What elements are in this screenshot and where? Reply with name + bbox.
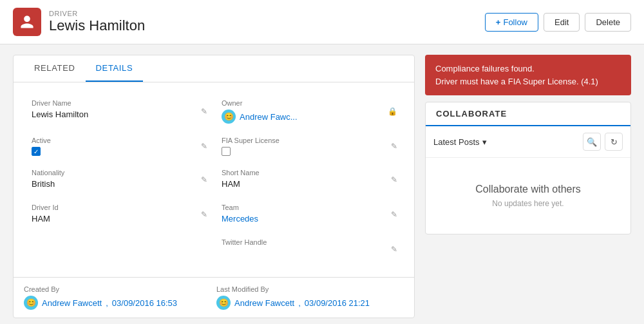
collaborate-panel: COLLABORATE Latest Posts ▾ 🔍 ↻ Collabora… <box>425 102 631 234</box>
twitter-value <box>222 249 396 260</box>
twitter-edit-icon[interactable]: ✎ <box>391 245 397 254</box>
field-twitter: Twitter Handle ✎ <box>214 232 404 267</box>
team-edit-icon[interactable]: ✎ <box>391 210 397 219</box>
field-nationality: Nationality British ✎ <box>24 162 214 197</box>
field-empty-left <box>24 232 214 267</box>
field-team: Team Mercedes ✎ <box>214 197 404 232</box>
details-grid: Driver Name Lewis Hamilton ✎ Owner 😊 And… <box>14 82 414 277</box>
modified-by-user[interactable]: 😊 Andrew Fawcett, 03/09/2016 21:21 <box>216 296 404 310</box>
collaborate-empty-title: Collaborate with others <box>436 184 620 195</box>
modified-date: 03/09/2016 21:21 <box>305 298 370 308</box>
fia-checkbox[interactable] <box>222 147 231 156</box>
field-driver-name: Driver Name Lewis Hamilton ✎ <box>24 93 214 130</box>
header-title-group: DRIVER Lewis Hamilton <box>49 10 145 34</box>
refresh-button[interactable]: ↻ <box>605 133 623 151</box>
header-actions: Follow Edit Delete <box>485 13 631 32</box>
active-label: Active <box>32 137 206 144</box>
modified-by-section: Last Modified By 😊 Andrew Fawcett, 03/09… <box>216 285 404 310</box>
collaborate-actions: 🔍 ↻ <box>583 133 623 151</box>
active-checkbox[interactable] <box>32 147 41 156</box>
page-title: Lewis Hamilton <box>49 17 145 34</box>
driver-name-value: Lewis Hamilton <box>32 110 206 121</box>
posts-dropdown-label: Latest Posts <box>433 137 480 147</box>
nationality-edit-icon[interactable]: ✎ <box>201 175 207 184</box>
modified-avatar: 😊 <box>216 296 231 310</box>
chevron-down-icon: ▾ <box>482 137 487 147</box>
driver-id-value: HAM <box>32 214 206 225</box>
field-short-name: Short Name HAM ✎ <box>214 162 404 197</box>
field-owner: Owner 😊 Andrew Fawc... 🔒 <box>214 93 404 130</box>
collaborate-empty-sub: No updates here yet. <box>436 199 620 208</box>
owner-edit-icon[interactable]: 🔒 <box>388 107 397 116</box>
short-name-edit-icon[interactable]: ✎ <box>391 175 397 184</box>
short-name-label: Short Name <box>222 169 396 176</box>
created-by-label: Created By <box>24 285 211 293</box>
main-content: RELATED DETAILS Driver Name Lewis Hamilt… <box>0 44 644 324</box>
field-active: Active ✎ <box>24 130 214 162</box>
driver-id-label: Driver Id <box>32 204 206 211</box>
modified-by-label: Last Modified By <box>216 285 404 293</box>
field-driver-id: Driver Id HAM ✎ <box>24 197 214 232</box>
driver-name-label: Driver Name <box>32 99 206 107</box>
collaborate-empty: Collaborate with others No updates here … <box>426 158 630 234</box>
nationality-label: Nationality <box>32 169 206 176</box>
header-left: DRIVER Lewis Hamilton <box>13 8 145 36</box>
search-icon: 🔍 <box>587 137 597 147</box>
fia-label: FIA Super License <box>222 137 396 144</box>
posts-dropdown[interactable]: Latest Posts ▾ <box>433 137 487 147</box>
tab-related[interactable]: RELATED <box>24 55 86 82</box>
nationality-value: British <box>32 179 206 191</box>
refresh-icon: ↻ <box>611 137 618 147</box>
bottom-section: Created By 😊 Andrew Fawcett, 03/09/2016 … <box>14 277 414 318</box>
created-by-section: Created By 😊 Andrew Fawcett, 03/09/2016 … <box>24 285 211 310</box>
created-date: 03/09/2016 16:53 <box>112 298 177 308</box>
collaborate-header: COLLABORATE <box>426 102 630 126</box>
delete-button[interactable]: Delete <box>585 13 631 32</box>
edit-button[interactable]: Edit <box>544 13 580 32</box>
record-type-label: DRIVER <box>49 10 145 17</box>
field-fia-license: FIA Super License ✎ <box>214 130 404 162</box>
driver-name-edit-icon[interactable]: ✎ <box>201 107 207 116</box>
tabs: RELATED DETAILS <box>14 55 414 82</box>
team-label: Team <box>222 204 396 211</box>
twitter-label: Twitter Handle <box>222 238 396 246</box>
created-avatar: 😊 <box>24 296 38 310</box>
alert-box: Compliance failures found.Driver must ha… <box>425 55 631 95</box>
alert-message: Compliance failures found.Driver must ha… <box>435 64 598 86</box>
owner-label: Owner <box>222 99 396 107</box>
follow-button[interactable]: Follow <box>485 13 538 32</box>
owner-value[interactable]: 😊 Andrew Fawc... <box>222 110 396 124</box>
right-panel: Compliance failures found.Driver must ha… <box>425 55 631 318</box>
short-name-value: HAM <box>222 179 396 191</box>
tab-details[interactable]: DETAILS <box>86 55 144 82</box>
search-button[interactable]: 🔍 <box>583 133 601 151</box>
fia-edit-icon[interactable]: ✎ <box>391 142 397 151</box>
active-edit-icon[interactable]: ✎ <box>201 142 207 151</box>
modified-user-name: Andrew Fawcett <box>234 298 294 308</box>
created-user-name: Andrew Fawcett <box>42 298 102 308</box>
team-value[interactable]: Mercedes <box>222 214 396 225</box>
driver-id-edit-icon[interactable]: ✎ <box>201 210 207 219</box>
left-panel: RELATED DETAILS Driver Name Lewis Hamilt… <box>13 55 415 318</box>
owner-avatar: 😊 <box>222 110 236 124</box>
created-by-user[interactable]: 😊 Andrew Fawcett, 03/09/2016 16:53 <box>24 296 211 310</box>
collaborate-toolbar: Latest Posts ▾ 🔍 ↻ <box>426 126 630 158</box>
page-header: DRIVER Lewis Hamilton Follow Edit Delete <box>0 0 644 44</box>
driver-icon <box>13 8 41 36</box>
